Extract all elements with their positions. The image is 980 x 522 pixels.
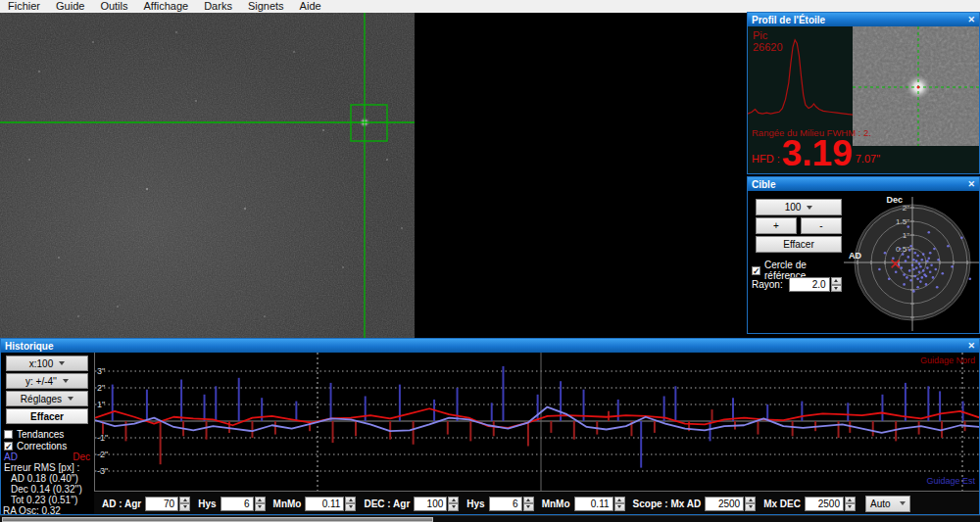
param-input[interactable]: 2500	[705, 497, 744, 511]
trendlines-checkbox[interactable]	[4, 430, 13, 439]
history-body: x:100 y: +/-4'' Réglages Effacer Tendanc…	[1, 353, 979, 514]
close-icon[interactable]: ✕	[967, 179, 975, 189]
chevron-down-icon	[68, 397, 74, 401]
spin-down-icon[interactable]	[523, 503, 534, 511]
spin-up-icon[interactable]	[614, 497, 625, 504]
spin-down-icon[interactable]	[255, 503, 266, 511]
param-stepper[interactable]	[255, 497, 266, 511]
param-stepper[interactable]	[614, 497, 625, 511]
star-profile-title: Profil de l'Étoile	[752, 15, 825, 25]
star-profile-titlebar[interactable]: Profil de l'Étoile ✕	[748, 13, 979, 26]
svg-text:Guidage Est: Guidage Est	[926, 476, 975, 486]
param-stepper[interactable]	[345, 497, 356, 511]
spin-up-icon[interactable]	[448, 497, 459, 504]
param-label: Mx DEC	[763, 498, 801, 509]
trendlines-label: Tendances	[17, 429, 64, 440]
svg-text:-3": -3"	[97, 466, 108, 476]
corrections-row: ✓ Corrections	[4, 441, 67, 451]
settings-dropdown[interactable]: Réglages	[6, 391, 88, 406]
history-panel: Historique ✕ x:100 y: +/-4'' Réglages Ef…	[0, 338, 980, 515]
menu-aide[interactable]: Aide	[292, 0, 329, 13]
chevron-down-icon	[807, 206, 812, 210]
reference-circle-checkbox[interactable]: ✓	[752, 266, 760, 275]
scrollbar-thumb[interactable]	[2, 517, 433, 522]
param-input[interactable]: 0.11	[574, 497, 613, 511]
phd2-window: Fichier Guide Outils Affichage Darks Sig…	[0, 0, 980, 522]
param-input[interactable]: 100	[414, 497, 447, 511]
spin-up-icon[interactable]	[831, 277, 842, 285]
menu-signets[interactable]: Signets	[240, 0, 292, 13]
menu-fichier[interactable]: Fichier	[0, 0, 48, 13]
param-input[interactable]: 2500	[805, 497, 844, 511]
menu-affichage[interactable]: Affichage	[136, 0, 197, 13]
spin-up-icon[interactable]	[345, 497, 356, 504]
target-titlebar[interactable]: Cible ✕	[748, 177, 979, 191]
camera-viewport[interactable]	[0, 13, 747, 338]
guide-parameters-bar: AD : Agr70Hys6MnMo0.11DEC : Agr100Hys6Mn…	[94, 493, 979, 514]
close-icon[interactable]: ✕	[967, 341, 975, 351]
zoom-out-button[interactable]: -	[801, 217, 842, 234]
spin-down-icon[interactable]	[845, 503, 856, 511]
rms-dec: Dec 0.14 (0.32'')	[11, 484, 82, 495]
graph-legend: AD Dec	[4, 451, 90, 462]
chevron-down-icon	[59, 361, 65, 365]
param-input[interactable]: 0.11	[305, 497, 344, 511]
param-stepper[interactable]	[745, 497, 756, 511]
peak-label: Pic	[753, 29, 767, 41]
menu-outils[interactable]: Outils	[92, 0, 135, 13]
spin-down-icon[interactable]	[448, 503, 459, 511]
param-stepper[interactable]	[448, 497, 459, 511]
svg-text:3": 3"	[97, 366, 105, 376]
target-zoom-dropdown[interactable]: 100	[756, 199, 842, 215]
spin-down-icon[interactable]	[179, 503, 190, 511]
spin-up-icon[interactable]	[745, 497, 756, 504]
horizontal-scrollbar[interactable]	[0, 515, 980, 522]
spin-up-icon[interactable]	[255, 497, 266, 504]
history-titlebar[interactable]: Historique ✕	[1, 339, 979, 353]
param-input[interactable]: 6	[489, 497, 522, 511]
spin-down-icon[interactable]	[345, 503, 356, 511]
history-clear-button[interactable]: Effacer	[6, 408, 88, 424]
param-agr-3: DEC : Agr100	[364, 497, 459, 511]
target-clear-button[interactable]: Effacer	[756, 236, 842, 253]
chevron-down-icon	[900, 501, 906, 505]
spin-down-icon[interactable]	[831, 285, 842, 293]
param-mx-dec-7: Mx DEC2500	[763, 497, 856, 511]
param-stepper[interactable]	[523, 497, 534, 511]
rms-header: Erreur RMS [px] :	[4, 462, 79, 473]
zoom-in-button[interactable]: +	[756, 217, 797, 234]
param-input[interactable]: 6	[220, 497, 254, 511]
radius-stepper[interactable]	[831, 277, 842, 292]
spin-up-icon[interactable]	[845, 497, 856, 504]
spin-down-icon[interactable]	[614, 503, 625, 511]
star-profile-body: Pic 26620 Rangée du Milieu FWHM : 2. HFD…	[748, 26, 979, 173]
param-label: DEC : Agr	[364, 498, 410, 509]
param-agr-0: AD : Agr70	[102, 497, 190, 511]
svg-text:-1": -1"	[97, 433, 108, 443]
guide-mode-select[interactable]: Auto	[865, 496, 910, 512]
close-icon[interactable]: ✕	[967, 15, 975, 24]
param-input[interactable]: 70	[145, 497, 178, 511]
corrections-checkbox[interactable]: ✓	[4, 442, 13, 451]
menu-guide[interactable]: Guide	[48, 0, 92, 13]
hfd-arcsec: 7.07"	[856, 153, 880, 165]
y-scale-dropdown[interactable]: y: +/-4''	[6, 373, 88, 389]
menu-darks[interactable]: Darks	[196, 0, 240, 13]
param-stepper[interactable]	[845, 497, 856, 511]
param-label: MnMo	[273, 498, 302, 509]
x-scale-dropdown[interactable]: x:100	[6, 356, 88, 371]
rms-total: Tot 0.23 (0.51'')	[11, 495, 77, 505]
spin-up-icon[interactable]	[179, 497, 190, 504]
radius-row: Rayon: 2.0	[752, 277, 842, 292]
chevron-down-icon	[63, 379, 69, 383]
spin-up-icon[interactable]	[523, 497, 534, 504]
svg-text:2": 2"	[903, 204, 909, 213]
svg-text:1.5": 1.5"	[896, 217, 909, 226]
svg-text:-2": -2"	[97, 450, 108, 459]
radius-input[interactable]: 2.0	[789, 277, 830, 292]
param-mx-ad-6: Scope : Mx AD2500	[633, 497, 757, 511]
spin-down-icon[interactable]	[745, 503, 756, 511]
param-label: Scope : Mx AD	[633, 498, 702, 509]
param-stepper[interactable]	[179, 497, 190, 511]
target-panel: Cible ✕ DecAD2"1.5"1"0.5" 100 + - Efface…	[747, 176, 980, 334]
